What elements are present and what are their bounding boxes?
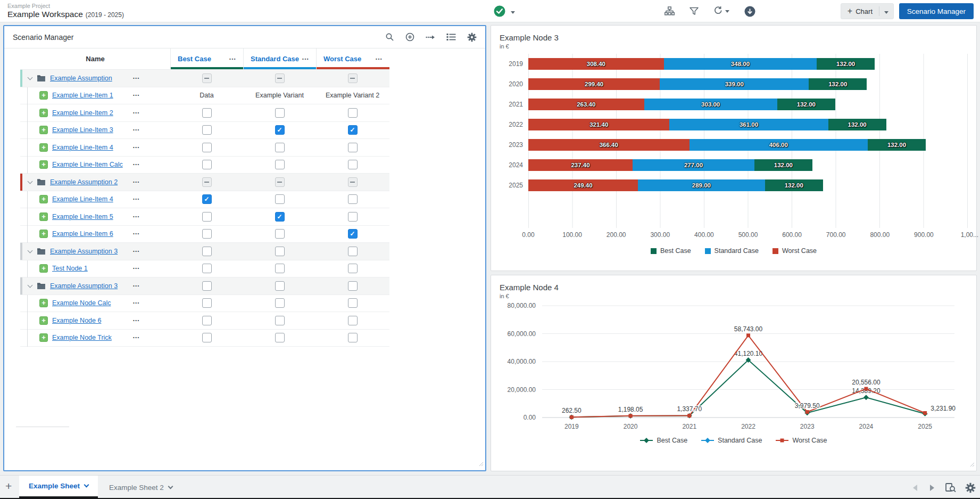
node-link[interactable]: Example Line-Item 2 — [52, 109, 113, 117]
row-menu-button[interactable]: ••• — [133, 215, 140, 219]
legend-item-standard-case[interactable]: Standard Case — [705, 247, 759, 255]
scenario-checkbox[interactable]: ✓ — [202, 194, 212, 204]
chevron-down-icon[interactable] — [28, 248, 33, 253]
scenario-checkbox[interactable] — [202, 281, 212, 291]
scenario-checkbox[interactable] — [202, 73, 212, 83]
legend-item-best-case[interactable]: Best Case — [640, 437, 687, 444]
chevron-down-icon[interactable] — [28, 178, 33, 184]
scenario-checkbox[interactable] — [348, 160, 358, 169]
node-link[interactable]: Example Assumption — [50, 75, 112, 82]
row-menu-button[interactable]: ••• — [133, 76, 140, 80]
row-menu-button[interactable]: ••• — [133, 301, 140, 305]
node-link[interactable]: Example Node 6 — [52, 317, 101, 324]
filter-icon[interactable] — [690, 7, 699, 15]
preview-search-icon[interactable] — [945, 476, 957, 499]
scenario-checkbox[interactable] — [202, 333, 212, 342]
row-menu-button[interactable]: ••• — [133, 111, 140, 115]
scenario-checkbox[interactable]: ✓ — [348, 125, 358, 135]
node-link[interactable]: Example Assumption 2 — [50, 178, 118, 186]
scenario-header-link[interactable]: Best Case — [178, 55, 211, 63]
scenario-checkbox[interactable] — [275, 247, 285, 256]
legend-item-standard-case[interactable]: Standard Case — [701, 437, 762, 444]
scenario-checkbox[interactable] — [348, 281, 358, 291]
row-menu-button[interactable]: ••• — [133, 249, 140, 253]
scenario-checkbox[interactable] — [348, 194, 358, 204]
workspace-status-dropdown[interactable] — [494, 5, 515, 19]
next-sheet-button[interactable] — [930, 476, 934, 499]
node-link[interactable]: Example Line-Item 1 — [52, 92, 113, 99]
scenario-checkbox[interactable] — [348, 264, 358, 273]
scenario-checkbox[interactable] — [202, 177, 212, 187]
row-menu-button[interactable]: ••• — [133, 128, 140, 132]
scenario-checkbox[interactable] — [275, 160, 285, 169]
refresh-dropdown[interactable] — [713, 6, 729, 17]
scenario-checkbox[interactable] — [275, 194, 285, 204]
scenario-checkbox[interactable] — [348, 143, 358, 152]
row-menu-button[interactable]: ••• — [133, 318, 140, 323]
row-menu-button[interactable]: ••• — [133, 232, 140, 236]
row-menu-button[interactable]: ••• — [133, 336, 140, 340]
scenario-checkbox[interactable]: ✓ — [348, 229, 358, 239]
node-link[interactable]: Example Node Calc — [52, 299, 111, 307]
scenario-checkbox[interactable] — [275, 73, 285, 83]
resize-handle[interactable] — [479, 459, 484, 469]
gear-icon[interactable] — [467, 32, 477, 42]
scenario-checkbox[interactable] — [202, 264, 212, 273]
sitemap-icon[interactable] — [665, 6, 675, 16]
column-menu-button[interactable]: ••• — [376, 57, 383, 61]
node-link[interactable]: Example Line-Item 3 — [52, 126, 113, 134]
scenario-checkbox[interactable]: ✓ — [275, 125, 285, 135]
chevron-down-icon[interactable] — [28, 282, 33, 288]
scenario-checkbox[interactable] — [348, 73, 358, 83]
row-menu-button[interactable]: ••• — [133, 266, 140, 271]
scenario-checkbox[interactable] — [202, 108, 212, 118]
node-link[interactable]: Example Assumption 3 — [50, 282, 118, 290]
scenario-checkbox[interactable] — [202, 247, 212, 256]
node-link[interactable]: Example Line-Item 5 — [52, 213, 113, 220]
scenario-checkbox[interactable] — [275, 229, 285, 239]
search-icon[interactable] — [385, 32, 394, 42]
scenario-checkbox[interactable] — [275, 281, 285, 291]
scenario-checkbox[interactable] — [348, 177, 358, 187]
scenario-checkbox[interactable] — [202, 212, 212, 222]
legend-item-worst-case[interactable]: Worst Case — [773, 247, 817, 255]
scenario-checkbox[interactable] — [202, 316, 212, 325]
node-link[interactable]: Test Node 1 — [52, 265, 88, 272]
tab-example-sheet-2[interactable]: Example Sheet 2 — [109, 476, 172, 499]
scenario-checkbox[interactable] — [202, 298, 212, 308]
scenario-header-link[interactable]: Worst Case — [323, 55, 361, 63]
scenario-checkbox[interactable] — [275, 298, 285, 308]
legend-item-best-case[interactable]: Best Case — [651, 247, 691, 255]
scenario-checkbox[interactable] — [348, 247, 358, 256]
scenario-checkbox[interactable] — [348, 333, 358, 342]
scenario-checkbox[interactable] — [202, 229, 212, 239]
list-icon[interactable] — [446, 33, 456, 41]
scenario-checkbox[interactable]: ✓ — [275, 212, 285, 222]
prev-sheet-button[interactable] — [913, 476, 917, 499]
scenario-checkbox[interactable] — [275, 316, 285, 325]
gear-icon[interactable] — [965, 476, 976, 499]
jump-to-arrow-icon[interactable] — [426, 34, 435, 41]
scenario-checkbox[interactable] — [275, 177, 285, 187]
resize-handle[interactable] — [970, 460, 975, 469]
scenario-checkbox[interactable] — [275, 333, 285, 342]
scenario-checkbox[interactable] — [275, 108, 285, 118]
add-chart-main[interactable]: +Chart — [841, 6, 879, 16]
column-menu-button[interactable]: ••• — [229, 57, 236, 61]
row-menu-button[interactable]: ••• — [133, 145, 140, 150]
scenario-checkbox[interactable] — [348, 212, 358, 222]
scenario-checkbox[interactable] — [202, 160, 212, 169]
add-chart-caret[interactable] — [879, 7, 893, 15]
node-link[interactable]: Example Node Trick — [52, 334, 112, 341]
scenario-checkbox[interactable] — [202, 143, 212, 152]
scenario-checkbox[interactable] — [202, 125, 212, 135]
tab-example-sheet[interactable]: Example Sheet — [19, 476, 98, 499]
row-menu-button[interactable]: ••• — [133, 93, 140, 97]
scenario-manager-button[interactable]: Scenario Manager — [899, 3, 974, 19]
column-menu-button[interactable]: ••• — [302, 57, 309, 61]
scenario-header-link[interactable]: Standard Case — [251, 55, 299, 63]
add-sheet-button[interactable]: + — [5, 480, 12, 493]
scenario-checkbox[interactable] — [275, 264, 285, 273]
add-circle-icon[interactable] — [405, 32, 414, 42]
download-icon[interactable] — [744, 6, 755, 17]
